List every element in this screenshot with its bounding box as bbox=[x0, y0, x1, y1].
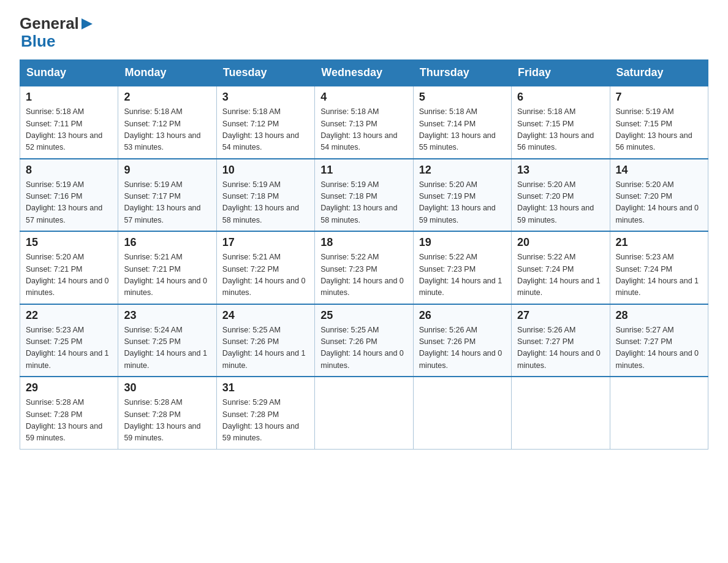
day-number: 19 bbox=[419, 236, 506, 249]
day-number: 27 bbox=[517, 309, 604, 322]
calendar-cell: 18 Sunrise: 5:22 AMSunset: 7:23 PMDaylig… bbox=[315, 231, 413, 304]
day-info: Sunrise: 5:20 AMSunset: 7:20 PMDaylight:… bbox=[616, 179, 702, 227]
day-info: Sunrise: 5:28 AMSunset: 7:28 PMDaylight:… bbox=[26, 397, 112, 445]
calendar-cell: 23 Sunrise: 5:24 AMSunset: 7:25 PMDaylig… bbox=[118, 304, 216, 377]
calendar-cell: 16 Sunrise: 5:21 AMSunset: 7:21 PMDaylig… bbox=[118, 231, 216, 304]
day-number: 22 bbox=[26, 309, 112, 322]
day-info: Sunrise: 5:27 AMSunset: 7:27 PMDaylight:… bbox=[616, 324, 702, 372]
day-number: 3 bbox=[222, 91, 309, 104]
day-number: 21 bbox=[616, 236, 702, 249]
day-number: 26 bbox=[419, 309, 506, 322]
logo-text-block: General Blue bbox=[20, 15, 94, 50]
day-number: 4 bbox=[320, 91, 407, 104]
day-number: 5 bbox=[419, 91, 506, 104]
day-info: Sunrise: 5:28 AMSunset: 7:28 PMDaylight:… bbox=[124, 397, 210, 445]
calendar-cell: 4 Sunrise: 5:18 AMSunset: 7:13 PMDayligh… bbox=[315, 86, 413, 159]
calendar-cell: 24 Sunrise: 5:25 AMSunset: 7:26 PMDaylig… bbox=[216, 304, 314, 377]
calendar-cell: 22 Sunrise: 5:23 AMSunset: 7:25 PMDaylig… bbox=[20, 304, 118, 377]
day-number: 23 bbox=[124, 309, 210, 322]
calendar-cell bbox=[413, 377, 511, 449]
day-info: Sunrise: 5:18 AMSunset: 7:12 PMDaylight:… bbox=[222, 106, 309, 154]
day-number: 24 bbox=[222, 309, 309, 322]
day-info: Sunrise: 5:25 AMSunset: 7:26 PMDaylight:… bbox=[222, 324, 309, 372]
header-tuesday: Tuesday bbox=[216, 60, 314, 86]
calendar-cell: 6 Sunrise: 5:18 AMSunset: 7:15 PMDayligh… bbox=[512, 86, 610, 159]
day-info: Sunrise: 5:20 AMSunset: 7:21 PMDaylight:… bbox=[26, 251, 112, 299]
calendar-cell: 1 Sunrise: 5:18 AMSunset: 7:11 PMDayligh… bbox=[20, 86, 118, 159]
day-number: 31 bbox=[222, 381, 309, 394]
calendar-cell: 8 Sunrise: 5:19 AMSunset: 7:16 PMDayligh… bbox=[20, 159, 118, 232]
calendar-cell: 19 Sunrise: 5:22 AMSunset: 7:23 PMDaylig… bbox=[413, 231, 511, 304]
day-number: 11 bbox=[320, 164, 407, 177]
week-row-3: 15 Sunrise: 5:20 AMSunset: 7:21 PMDaylig… bbox=[20, 231, 708, 304]
calendar-cell: 3 Sunrise: 5:18 AMSunset: 7:12 PMDayligh… bbox=[216, 86, 314, 159]
header-friday: Friday bbox=[512, 60, 610, 86]
day-number: 17 bbox=[222, 236, 309, 249]
calendar-cell: 30 Sunrise: 5:28 AMSunset: 7:28 PMDaylig… bbox=[118, 377, 216, 449]
day-info: Sunrise: 5:18 AMSunset: 7:12 PMDaylight:… bbox=[124, 106, 210, 154]
day-info: Sunrise: 5:22 AMSunset: 7:23 PMDaylight:… bbox=[320, 251, 407, 299]
calendar-cell: 14 Sunrise: 5:20 AMSunset: 7:20 PMDaylig… bbox=[610, 159, 708, 232]
header-saturday: Saturday bbox=[610, 60, 708, 86]
day-info: Sunrise: 5:19 AMSunset: 7:16 PMDaylight:… bbox=[26, 179, 112, 227]
calendar-cell: 29 Sunrise: 5:28 AMSunset: 7:28 PMDaylig… bbox=[20, 377, 118, 449]
week-row-2: 8 Sunrise: 5:19 AMSunset: 7:16 PMDayligh… bbox=[20, 159, 708, 232]
day-info: Sunrise: 5:23 AMSunset: 7:24 PMDaylight:… bbox=[616, 251, 702, 299]
calendar-cell: 13 Sunrise: 5:20 AMSunset: 7:20 PMDaylig… bbox=[512, 159, 610, 232]
day-info: Sunrise: 5:20 AMSunset: 7:19 PMDaylight:… bbox=[419, 179, 506, 227]
day-info: Sunrise: 5:26 AMSunset: 7:26 PMDaylight:… bbox=[419, 324, 506, 372]
day-number: 28 bbox=[616, 309, 702, 322]
day-number: 7 bbox=[616, 91, 702, 104]
page-header: General Blue bbox=[20, 15, 708, 50]
calendar-cell: 20 Sunrise: 5:22 AMSunset: 7:24 PMDaylig… bbox=[512, 231, 610, 304]
calendar-cell: 27 Sunrise: 5:26 AMSunset: 7:27 PMDaylig… bbox=[512, 304, 610, 377]
calendar-cell: 17 Sunrise: 5:21 AMSunset: 7:22 PMDaylig… bbox=[216, 231, 314, 304]
day-info: Sunrise: 5:18 AMSunset: 7:11 PMDaylight:… bbox=[26, 106, 112, 154]
day-info: Sunrise: 5:18 AMSunset: 7:15 PMDaylight:… bbox=[517, 106, 604, 154]
header-sunday: Sunday bbox=[20, 60, 118, 86]
calendar-cell: 7 Sunrise: 5:19 AMSunset: 7:15 PMDayligh… bbox=[610, 86, 708, 159]
calendar-cell: 2 Sunrise: 5:18 AMSunset: 7:12 PMDayligh… bbox=[118, 86, 216, 159]
day-info: Sunrise: 5:25 AMSunset: 7:26 PMDaylight:… bbox=[320, 324, 407, 372]
day-number: 25 bbox=[320, 309, 407, 322]
header-monday: Monday bbox=[118, 60, 216, 86]
day-number: 8 bbox=[26, 164, 112, 177]
day-number: 29 bbox=[26, 381, 112, 394]
calendar-cell: 11 Sunrise: 5:19 AMSunset: 7:18 PMDaylig… bbox=[315, 159, 413, 232]
calendar-cell: 26 Sunrise: 5:26 AMSunset: 7:26 PMDaylig… bbox=[413, 304, 511, 377]
day-number: 15 bbox=[26, 236, 112, 249]
week-row-4: 22 Sunrise: 5:23 AMSunset: 7:25 PMDaylig… bbox=[20, 304, 708, 377]
calendar-cell: 31 Sunrise: 5:29 AMSunset: 7:28 PMDaylig… bbox=[216, 377, 314, 449]
calendar-cell: 9 Sunrise: 5:19 AMSunset: 7:17 PMDayligh… bbox=[118, 159, 216, 232]
week-row-5: 29 Sunrise: 5:28 AMSunset: 7:28 PMDaylig… bbox=[20, 377, 708, 449]
logo-general: General bbox=[20, 15, 79, 33]
logo-blue: Blue bbox=[21, 33, 94, 50]
day-number: 13 bbox=[517, 164, 604, 177]
day-number: 2 bbox=[124, 91, 210, 104]
day-number: 10 bbox=[222, 164, 309, 177]
day-info: Sunrise: 5:26 AMSunset: 7:27 PMDaylight:… bbox=[517, 324, 604, 372]
day-number: 9 bbox=[124, 164, 210, 177]
calendar-cell: 5 Sunrise: 5:18 AMSunset: 7:14 PMDayligh… bbox=[413, 86, 511, 159]
day-info: Sunrise: 5:19 AMSunset: 7:18 PMDaylight:… bbox=[320, 179, 407, 227]
day-info: Sunrise: 5:19 AMSunset: 7:18 PMDaylight:… bbox=[222, 179, 309, 227]
day-number: 6 bbox=[517, 91, 604, 104]
day-info: Sunrise: 5:22 AMSunset: 7:23 PMDaylight:… bbox=[419, 251, 506, 299]
calendar-cell: 12 Sunrise: 5:20 AMSunset: 7:19 PMDaylig… bbox=[413, 159, 511, 232]
calendar-table: SundayMondayTuesdayWednesdayThursdayFrid… bbox=[20, 59, 708, 450]
calendar-cell: 28 Sunrise: 5:27 AMSunset: 7:27 PMDaylig… bbox=[610, 304, 708, 377]
day-number: 18 bbox=[320, 236, 407, 249]
day-info: Sunrise: 5:22 AMSunset: 7:24 PMDaylight:… bbox=[517, 251, 604, 299]
header-wednesday: Wednesday bbox=[315, 60, 413, 86]
calendar-cell bbox=[610, 377, 708, 449]
day-info: Sunrise: 5:21 AMSunset: 7:21 PMDaylight:… bbox=[124, 251, 210, 299]
day-number: 12 bbox=[419, 164, 506, 177]
svg-marker-0 bbox=[82, 18, 93, 29]
day-info: Sunrise: 5:29 AMSunset: 7:28 PMDaylight:… bbox=[222, 397, 309, 445]
day-info: Sunrise: 5:23 AMSunset: 7:25 PMDaylight:… bbox=[26, 324, 112, 372]
day-info: Sunrise: 5:21 AMSunset: 7:22 PMDaylight:… bbox=[222, 251, 309, 299]
day-info: Sunrise: 5:24 AMSunset: 7:25 PMDaylight:… bbox=[124, 324, 210, 372]
day-info: Sunrise: 5:19 AMSunset: 7:17 PMDaylight:… bbox=[124, 179, 210, 227]
header-thursday: Thursday bbox=[413, 60, 511, 86]
day-info: Sunrise: 5:18 AMSunset: 7:13 PMDaylight:… bbox=[320, 106, 407, 154]
